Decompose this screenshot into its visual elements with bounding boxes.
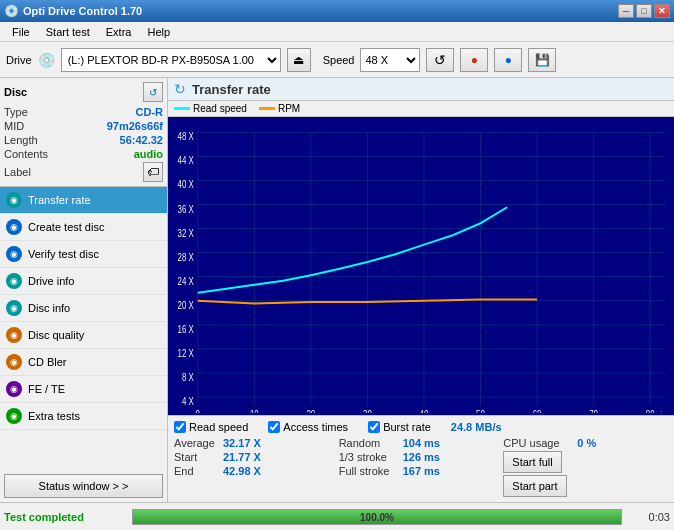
stat-group-right: CPU usage 0 % Start full Start part	[503, 437, 668, 499]
mid-value: 97m26s66f	[107, 120, 163, 132]
cpu-value: 0 %	[577, 437, 596, 449]
full-stroke-value: 167 ms	[403, 465, 443, 477]
start-label: Start	[174, 451, 219, 463]
start-part-button[interactable]: Start part	[503, 475, 566, 497]
full-stroke-row: Full stroke 167 ms	[339, 465, 504, 477]
verify-test-disc-icon: ◉	[6, 246, 22, 262]
disc-refresh-button[interactable]: ↺	[143, 82, 163, 102]
nav-create-test-disc[interactable]: ◉ Create test disc	[0, 214, 167, 241]
disc-quality-icon: ◉	[6, 327, 22, 343]
legend-read-speed-label: Read speed	[193, 103, 247, 114]
length-label: Length	[4, 134, 38, 146]
nav-extra-tests[interactable]: ◉ Extra tests	[0, 403, 167, 430]
legend-color-cyan	[174, 107, 190, 110]
status-window-button[interactable]: Status window > >	[4, 474, 163, 498]
refresh-button[interactable]: ↺	[426, 48, 454, 72]
svg-text:12 X: 12 X	[177, 347, 194, 359]
read-speed-checkbox-item[interactable]: Read speed	[174, 421, 248, 433]
nav-disc-quality[interactable]: ◉ Disc quality	[0, 322, 167, 349]
extra-tests-label: Extra tests	[28, 410, 80, 422]
stroke-1-3-label: 1/3 stroke	[339, 451, 399, 463]
nav-drive-info[interactable]: ◉ Drive info	[0, 268, 167, 295]
minimize-button[interactable]: ─	[618, 4, 634, 18]
cd-bler-icon: ◉	[6, 354, 22, 370]
average-label: Average	[174, 437, 219, 449]
access-times-checkbox-item[interactable]: Access times	[268, 421, 348, 433]
svg-text:48 X: 48 X	[177, 130, 194, 142]
menu-file[interactable]: File	[4, 24, 38, 40]
drive-icon: 💿	[38, 52, 55, 68]
svg-text:0: 0	[196, 408, 200, 413]
title-bar: 💿 Opti Drive Control 1.70 ─ □ ✕	[0, 0, 674, 22]
status-text: Test completed	[4, 511, 124, 523]
cpu-label: CPU usage	[503, 437, 573, 449]
burst-rate-checkbox-item[interactable]: Burst rate	[368, 421, 431, 433]
end-label: End	[174, 465, 219, 477]
svg-text:30: 30	[363, 408, 372, 413]
stats-rows: Average 32.17 X Start 21.77 X End 42.98 …	[174, 437, 668, 499]
disc-quality-label: Disc quality	[28, 329, 84, 341]
status-bar: Test completed 100.0% 0:03	[0, 502, 674, 530]
status-time: 0:03	[630, 511, 670, 523]
burst-rate-checkbox-label: Burst rate	[383, 421, 431, 433]
info-button[interactable]: ●	[494, 48, 522, 72]
chart-legend: Read speed RPM	[168, 101, 674, 117]
svg-text:28 X: 28 X	[177, 250, 194, 262]
nav-cd-bler[interactable]: ◉ CD Bler	[0, 349, 167, 376]
stat-group-left: Average 32.17 X Start 21.77 X End 42.98 …	[174, 437, 339, 499]
menu-extra[interactable]: Extra	[98, 24, 140, 40]
label-label: Label	[4, 166, 31, 178]
type-label: Type	[4, 106, 28, 118]
menu-help[interactable]: Help	[139, 24, 178, 40]
label-icon-button[interactable]: 🏷	[143, 162, 163, 182]
random-label: Random	[339, 437, 399, 449]
drive-select[interactable]: (L:) PLEXTOR BD-R PX-B950SA 1.00	[61, 48, 281, 72]
read-speed-checkbox[interactable]	[174, 421, 186, 433]
maximize-button[interactable]: □	[636, 4, 652, 18]
svg-text:40 X: 40 X	[177, 178, 194, 190]
app-icon: 💿	[4, 4, 19, 18]
settings-button[interactable]: ●	[460, 48, 488, 72]
access-times-checkbox[interactable]	[268, 421, 280, 433]
start-part-row[interactable]: Start part	[503, 475, 668, 497]
app-title: Opti Drive Control 1.70	[23, 5, 618, 17]
nav-fe-te[interactable]: ◉ FE / TE	[0, 376, 167, 403]
svg-text:44 X: 44 X	[177, 154, 194, 166]
burst-rate-checkbox[interactable]	[368, 421, 380, 433]
stat-group-middle: Random 104 ms 1/3 stroke 126 ms Full str…	[339, 437, 504, 499]
menu-start-test[interactable]: Start test	[38, 24, 98, 40]
legend-read-speed: Read speed	[174, 103, 247, 114]
svg-text:4 X: 4 X	[182, 395, 195, 407]
contents-label: Contents	[4, 148, 48, 160]
svg-text:80: 80	[646, 408, 655, 413]
nav-transfer-rate[interactable]: ◉ Transfer rate	[0, 187, 167, 214]
svg-text:36 X: 36 X	[177, 202, 194, 214]
nav-verify-test-disc[interactable]: ◉ Verify test disc	[0, 241, 167, 268]
eject-button[interactable]: ⏏	[287, 48, 311, 72]
start-row: Start 21.77 X	[174, 451, 339, 463]
close-button[interactable]: ✕	[654, 4, 670, 18]
random-row: Random 104 ms	[339, 437, 504, 449]
stroke-1-3-value: 126 ms	[403, 451, 443, 463]
start-full-button[interactable]: Start full	[503, 451, 561, 473]
speed-select[interactable]: 48 X	[360, 48, 420, 72]
svg-text:70: 70	[589, 408, 598, 413]
start-full-row[interactable]: Start full	[503, 451, 668, 473]
drive-info-icon: ◉	[6, 273, 22, 289]
mid-label: MID	[4, 120, 24, 132]
svg-text:20 X: 20 X	[177, 299, 194, 311]
save-button[interactable]: 💾	[528, 48, 556, 72]
burst-value: 24.8 MB/s	[451, 421, 502, 433]
legend-color-orange	[259, 107, 275, 110]
chart-svg: 48 X 44 X 40 X 36 X 32 X 28 X 24 X 20 X …	[170, 119, 672, 413]
average-value: 32.17 X	[223, 437, 273, 449]
nav-disc-info[interactable]: ◉ Disc info	[0, 295, 167, 322]
legend-rpm: RPM	[259, 103, 300, 114]
create-test-disc-label: Create test disc	[28, 221, 104, 233]
menu-bar: File Start test Extra Help	[0, 22, 674, 42]
length-value: 56:42.32	[120, 134, 163, 146]
cd-bler-label: CD Bler	[28, 356, 67, 368]
progress-bar-container: 100.0%	[132, 509, 622, 525]
svg-text:32 X: 32 X	[177, 226, 194, 238]
svg-text:24 X: 24 X	[177, 274, 194, 286]
